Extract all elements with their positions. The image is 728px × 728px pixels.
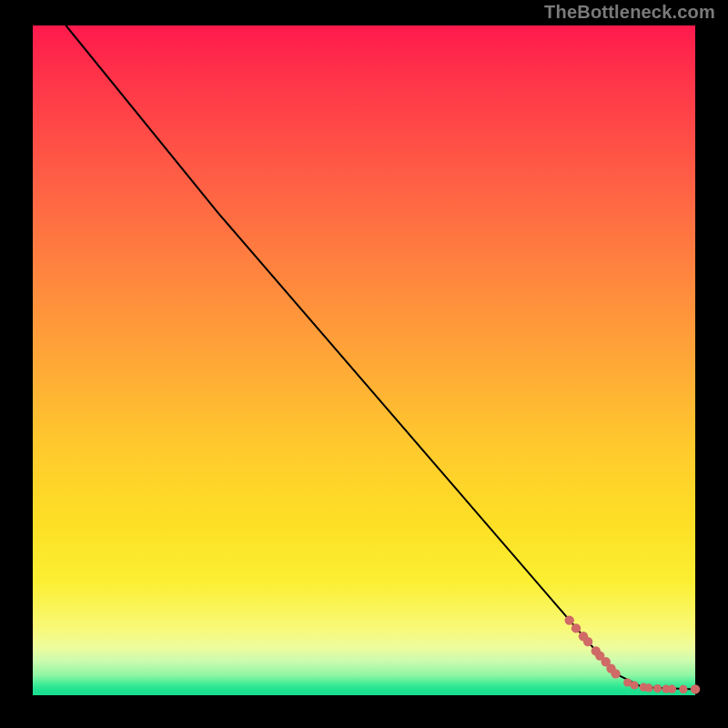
marker-group: [565, 615, 701, 693]
data-point: [653, 684, 662, 693]
chart-stage: TheBottleneck.com: [0, 0, 728, 728]
curve-line: [66, 25, 695, 689]
chart-overlay: [33, 25, 695, 695]
data-point: [583, 637, 592, 646]
data-point: [644, 683, 652, 692]
attribution-text: TheBottleneck.com: [544, 2, 715, 23]
data-point: [679, 685, 687, 693]
data-point: [668, 685, 676, 693]
data-point: [630, 681, 638, 689]
data-point: [571, 623, 581, 632]
data-point: [691, 684, 700, 693]
data-point: [565, 615, 574, 624]
data-point: [611, 669, 620, 678]
plot-area: [33, 25, 695, 695]
